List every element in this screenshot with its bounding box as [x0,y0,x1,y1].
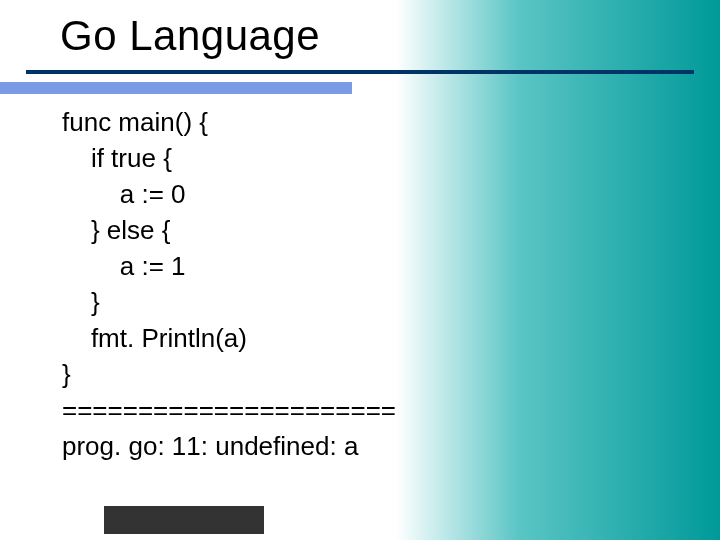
title-underline-thick [26,70,694,74]
footer-bar [104,506,264,534]
slide-title: Go Language [60,12,320,60]
slide: Go Language func main() { if true { a :=… [0,0,720,540]
code-block: func main() { if true { a := 0 } else { … [62,104,396,464]
title-underline-thin [0,82,352,94]
